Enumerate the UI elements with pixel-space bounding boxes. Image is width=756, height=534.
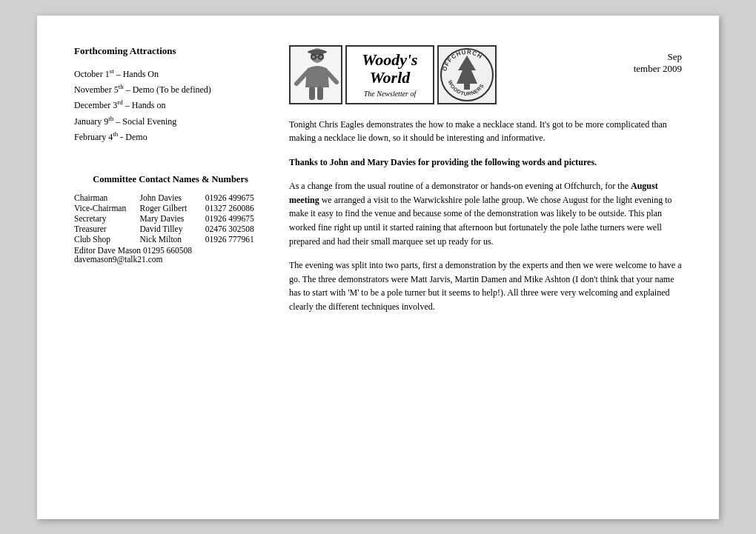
table-row: Vice-Chairman Roger Gilbert 01327 260086 [74, 203, 267, 213]
woody-world-title: Woody's World [362, 51, 417, 87]
header-area: Woody's World The Newsletter of [289, 45, 682, 104]
body-text-2: The evening was split into two parts, fi… [289, 258, 682, 313]
svg-rect-10 [464, 84, 470, 90]
offchurch-logo: OFFCHURCH WOODTURNERS [437, 45, 497, 104]
committee-table: Chairman John Davies 01926 499675 Vice-C… [74, 193, 267, 244]
woody-world-line1: Woody's [362, 50, 417, 69]
right-column: Woody's World The Newsletter of [289, 45, 682, 490]
attraction-item-1: October 1st – Hands On [74, 66, 267, 81]
role-cell: Secretary [74, 213, 140, 224]
table-row: Chairman John Davies 01926 499675 [74, 193, 267, 203]
newsletter-page: Forthcoming Attractions October 1st – Ha… [37, 16, 719, 519]
header-right: Sep tember 2009 [634, 45, 682, 76]
offchurch-logo-icon: OFFCHURCH WOODTURNERS [439, 47, 495, 103]
thanks-text: Thanks to John and Mary Davies for provi… [289, 156, 682, 170]
person-logo [289, 45, 342, 104]
attraction-item-4: January 9th – Social Evening [74, 113, 267, 129]
role-cell: Club Shop [74, 234, 140, 244]
committee-title: Committee Contact Names & Numbers [74, 174, 267, 185]
attraction-item-3: December 3rd – Hands on [74, 97, 267, 113]
august-meeting-bold: August meeting [289, 181, 658, 205]
role-cell: Chairman [74, 193, 140, 203]
name-cell: Mary Davies [140, 213, 205, 224]
phone-cell: 01327 260086 [205, 203, 267, 213]
role-cell: Vice-Chairman [74, 203, 140, 213]
phone-cell: 01926 499675 [205, 213, 267, 224]
date-line2: tember 2009 [634, 63, 682, 74]
table-row: Secretary Mary Davies 01926 499675 [74, 213, 267, 224]
body-text-1: As a change from the usual routine of a … [289, 179, 682, 248]
svg-rect-4 [317, 87, 323, 100]
table-row: Treasurer David Tilley 02476 302508 [74, 224, 267, 234]
committee-section: Committee Contact Names & Numbers Chairm… [74, 174, 267, 264]
name-cell: Nick Milton [140, 234, 205, 244]
name-cell: Roger Gilbert [140, 203, 205, 213]
name-cell: David Tilley [140, 224, 205, 234]
woody-world-line2: World [370, 68, 411, 87]
forthcoming-title: Forthcoming Attractions [74, 45, 267, 57]
phone-cell: 02476 302508 [205, 224, 267, 234]
person-silhouette-icon [291, 47, 341, 103]
woody-world-subtitle: The Newsletter of [364, 90, 417, 98]
editor-row: Editor Dave Mason 01295 660508 davemason… [74, 246, 267, 264]
phone-cell: 01926 777961 [205, 234, 267, 244]
attraction-item-2: November 5th – Demo (To be defined) [74, 81, 267, 97]
logo-area: Woody's World The Newsletter of [289, 45, 497, 104]
svg-marker-9 [457, 56, 477, 84]
phone-cell: 01926 499675 [205, 193, 267, 203]
table-row: Club Shop Nick Milton 01926 777961 [74, 234, 267, 244]
attraction-item-5: February 4th - Demo [74, 129, 267, 144]
intro-text: Tonight Chris Eagles demonstrates the ho… [289, 118, 682, 145]
date-text: Sep tember 2009 [634, 51, 682, 76]
svg-rect-3 [309, 87, 315, 100]
attractions-list: October 1st – Hands On November 5th – De… [74, 66, 267, 145]
left-column: Forthcoming Attractions October 1st – Ha… [74, 45, 267, 490]
woody-world-logo: Woody's World The Newsletter of [345, 45, 434, 104]
name-cell: John Davies [140, 193, 205, 203]
svg-rect-2 [311, 50, 323, 55]
role-cell: Treasurer [74, 224, 140, 234]
date-line1: Sep [668, 51, 683, 62]
